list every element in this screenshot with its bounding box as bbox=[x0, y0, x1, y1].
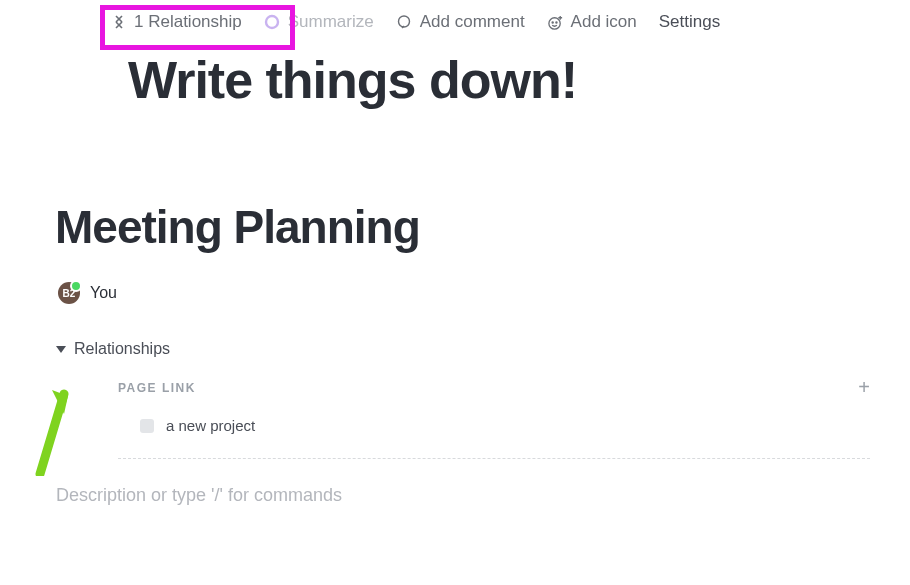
svg-point-2 bbox=[548, 17, 559, 28]
relationship-item[interactable]: a new project bbox=[118, 417, 870, 434]
relationships-section-label: Relationships bbox=[74, 340, 170, 358]
settings-label: Settings bbox=[659, 12, 720, 32]
relationships-section-toggle[interactable]: Relationships bbox=[56, 340, 910, 358]
add-comment-label: Add comment bbox=[420, 12, 525, 32]
add-icon-button[interactable]: Add icon bbox=[547, 12, 637, 32]
settings-button[interactable]: Settings bbox=[659, 12, 720, 32]
relationship-icon bbox=[110, 14, 127, 31]
page-link-group-label: PAGE LINK bbox=[118, 381, 196, 395]
svg-point-3 bbox=[552, 21, 553, 22]
summarize-button[interactable]: Summarize bbox=[264, 12, 374, 32]
svg-point-1 bbox=[399, 16, 410, 27]
svg-point-0 bbox=[266, 16, 278, 28]
caret-down-icon bbox=[56, 346, 66, 353]
relationships-divider bbox=[118, 458, 870, 459]
add-relationship-button[interactable]: + bbox=[858, 376, 870, 399]
comment-icon bbox=[396, 14, 413, 31]
page-toolbar: 1 Relationship Summarize Add comment Add… bbox=[110, 0, 910, 32]
annotation-arrow bbox=[28, 386, 78, 476]
page-title[interactable]: Meeting Planning bbox=[55, 200, 910, 254]
summarize-label: Summarize bbox=[288, 12, 374, 32]
page-icon bbox=[140, 419, 154, 433]
byline-name: You bbox=[90, 284, 117, 302]
emoji-plus-icon bbox=[547, 14, 564, 31]
avatar[interactable]: B2 bbox=[58, 282, 80, 304]
relationship-label: 1 Relationship bbox=[134, 12, 242, 32]
relationship-item-title: a new project bbox=[166, 417, 255, 434]
relationship-pill[interactable]: 1 Relationship bbox=[110, 12, 242, 32]
description-input[interactable]: Description or type '/' for commands bbox=[56, 485, 910, 506]
add-comment-button[interactable]: Add comment bbox=[396, 12, 525, 32]
summarize-icon bbox=[264, 14, 281, 31]
svg-point-4 bbox=[555, 21, 556, 22]
relationships-block: PAGE LINK + a new project bbox=[118, 376, 910, 459]
hero-heading: Write things down! bbox=[128, 50, 910, 110]
add-icon-label: Add icon bbox=[571, 12, 637, 32]
byline: B2 You bbox=[58, 282, 910, 304]
